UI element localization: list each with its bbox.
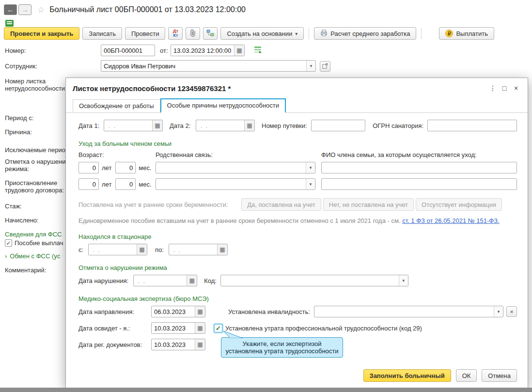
average-earnings-button[interactable]: Расчет среднего заработка [314,27,416,40]
related-documents-button[interactable] [203,27,218,40]
relation-input-2[interactable] [156,181,306,188]
toolbar: Провести и закрыть Записать Провести Дт … [4,27,528,40]
mse-direction-input[interactable] [152,308,195,315]
hospital-from-input[interactable] [89,246,137,253]
age-months-input-2[interactable] [116,181,135,188]
document-date-field: ▦ [171,45,245,56]
dialog-menu-button[interactable]: ⋮ [487,83,499,93]
dropdown-icon[interactable]: ▾ [399,275,408,286]
violation-code-input[interactable] [221,277,399,284]
date2-input[interactable] [196,122,244,129]
violation-date-input[interactable] [134,277,187,284]
create-on-basis-button[interactable]: Создать на основании ▾ [220,27,304,40]
dialog-close-button[interactable]: × [510,83,522,93]
pay-button[interactable]: ₽ Выплатить [439,27,494,40]
fio-input-1[interactable] [322,164,516,172]
dropdown-icon[interactable]: ▾ [306,61,315,71]
calendar-icon[interactable]: ▦ [217,244,227,255]
forward-icon: → [22,6,29,14]
mse-exam-input[interactable] [152,325,195,332]
date-from-label: от: [160,47,168,54]
sick-number-label-2: нетрудоспособности: [5,85,67,92]
post-and-close-button[interactable]: Провести и закрыть [4,27,79,40]
years-label: лет [102,181,111,188]
ogrn-input[interactable] [428,122,516,129]
age-years-input-2[interactable] [79,181,98,188]
ogrn-field [427,120,517,131]
calendar-icon[interactable]: ▦ [137,244,147,255]
dropdown-icon[interactable]: ▾ [494,306,503,317]
pregnancy-no-button[interactable]: Нет, не поставлена на учет [323,198,414,211]
calendar-icon[interactable]: ▦ [244,120,254,131]
report-icon [320,30,328,38]
toolbar-separator [309,28,309,39]
favorite-star-icon[interactable]: ☆ [37,5,45,15]
calendar-icon[interactable]: ▦ [195,306,205,317]
hospital-section-header: Находился в стационаре [78,233,517,240]
calendar-icon[interactable]: ▦ [234,45,244,56]
post-button[interactable]: Провести [125,27,166,40]
employee-combo: ▾ [101,60,316,72]
employee-input[interactable] [101,63,306,70]
document-date-input[interactable] [171,47,234,54]
calendar-icon[interactable]: ▦ [195,323,205,333]
fio-input-2[interactable] [322,181,516,188]
fio-field-2 [321,178,517,190]
age-years-input-1[interactable] [79,164,98,172]
toolbar-separator [421,28,422,39]
pregnancy-yes-button[interactable]: Да, поставлена на учет [241,198,321,211]
date1-label: Дата 1: [78,122,104,129]
hospital-to-input[interactable] [169,246,217,253]
calendar-icon[interactable]: ▦ [187,275,197,286]
create-on-basis-label: Создать на основании [227,30,292,37]
checkbox-tooltip: Укажите, если экспертизой установлена ут… [221,337,343,358]
fio-field-1 [321,162,517,173]
back-button[interactable]: ← [4,4,17,15]
attachments-button[interactable] [186,27,200,40]
forward-button[interactable]: → [18,4,31,15]
open-employee-button[interactable] [320,61,330,72]
fill-sick-leave-button[interactable]: Заполнить больничный [363,369,451,382]
disability-combo: ▾ [314,306,503,317]
employee-label: Сотрудник: [5,63,37,70]
hospital-to-label: по: [155,246,169,253]
chevron-down-icon: ▾ [295,31,297,36]
clear-icon: × [510,308,514,315]
age-months-input-1[interactable] [116,164,135,172]
disability-clear-button[interactable]: × [506,306,517,317]
ok-button[interactable]: ОК [456,369,477,382]
benefit-paid-checkbox[interactable]: ✓ [5,239,12,247]
voucher-field [311,120,365,131]
loss-of-ability-checkbox[interactable]: ✓ [214,324,222,332]
mse-docs-input[interactable] [152,341,195,348]
fss-exchange-link[interactable]: › Обмен с ФСС (ус [5,252,60,260]
relation-input-1[interactable] [156,164,306,172]
dialog-content: Дата 1: ▦ Дата 2: ▦ Номер путевки: ОГРН … [66,120,528,350]
write-button[interactable]: Записать [82,27,122,40]
calendar-icon[interactable]: ▦ [195,339,205,350]
dialog-header: Листок нетрудоспособности 123459876321 *… [66,78,528,96]
care-labels-row: Возраст: Родственная связь: ФИО члена се… [78,151,517,158]
fill-schedule-icon[interactable] [254,46,262,55]
tab-special-reasons[interactable]: Особые причины нетрудоспособности [160,98,286,113]
experience-label: Стаж: [5,203,22,210]
pregnancy-unknown-button[interactable]: Отсутствует информация [416,198,502,211]
voucher-input[interactable] [312,122,365,129]
dialog-maximize-button[interactable]: □ [499,83,510,93]
tab-release-from-work[interactable]: Освобождение от работы [73,99,160,113]
mse-section-header: Медико-социальная экспертиза (бюро МСЭ) [78,295,517,302]
cancel-button[interactable]: Отмена [482,369,517,382]
dt-kt-button[interactable]: Дт Кт [168,27,183,40]
dropdown-icon[interactable]: ▾ [306,162,315,173]
law-link[interactable]: ст. 1 ФЗ от 26.05.2021 № 151-ФЗ. [402,217,500,224]
disability-input[interactable] [314,308,494,315]
age-label: Возраст: [78,151,156,158]
number-input[interactable] [101,47,155,54]
dt-kt-icon: Дт Кт [173,29,178,38]
date2-label: Дата 2: [170,122,196,129]
open-icon [322,63,329,70]
dropdown-icon[interactable]: ▾ [306,179,315,189]
date1-input[interactable] [104,122,152,129]
calendar-icon[interactable]: ▦ [152,120,162,131]
tooltip-line-1: Укажите, если экспертизой [243,340,322,347]
